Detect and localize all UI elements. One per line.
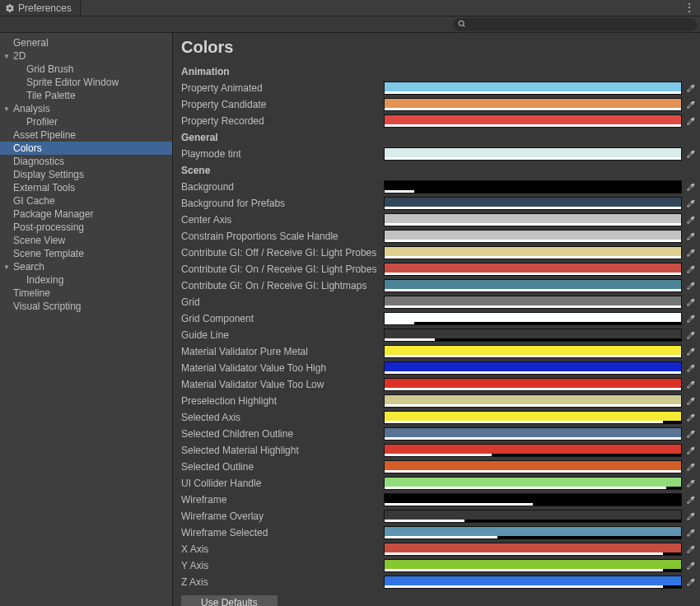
color-label: Material Validator Value Too High — [180, 362, 384, 374]
eyedropper-icon[interactable] — [685, 379, 697, 390]
color-swatch[interactable] — [384, 279, 682, 292]
color-swatch[interactable] — [384, 493, 682, 506]
color-swatch[interactable] — [384, 180, 682, 193]
color-swatch[interactable] — [384, 263, 682, 276]
eyedropper-icon[interactable] — [685, 412, 697, 423]
sidebar-item-scene-template[interactable]: Scene Template — [0, 247, 172, 260]
eyedropper-icon[interactable] — [685, 198, 697, 209]
color-swatch[interactable] — [384, 147, 682, 161]
eyedropper-icon[interactable] — [685, 214, 697, 226]
eyedropper-icon[interactable] — [685, 99, 697, 110]
color-label: Background — [180, 181, 384, 193]
sidebar-item-diagnostics[interactable]: Diagnostics — [0, 155, 172, 168]
window-menu-icon[interactable]: ⋮ — [684, 2, 695, 13]
eyedropper-icon[interactable] — [685, 576, 697, 588]
color-swatch[interactable] — [384, 460, 682, 473]
sidebar-item-visual-scripting[interactable]: Visual Scripting — [0, 300, 172, 313]
color-label: Wireframe — [180, 494, 384, 506]
eyedropper-icon[interactable] — [685, 181, 697, 193]
eyedropper-icon[interactable] — [685, 560, 697, 571]
color-swatch[interactable] — [384, 114, 682, 128]
color-swatch[interactable] — [384, 559, 682, 572]
sidebar-item-label: External Tools — [13, 182, 75, 193]
eyedropper-icon[interactable] — [685, 395, 697, 407]
eyedropper-icon[interactable] — [685, 362, 697, 374]
color-swatch[interactable] — [384, 82, 682, 95]
color-row: X Axis — [180, 541, 697, 557]
color-swatch[interactable] — [384, 361, 682, 375]
eyedropper-icon[interactable] — [685, 329, 697, 341]
color-swatch[interactable] — [384, 427, 682, 441]
search-input[interactable] — [469, 20, 692, 30]
sidebar-item-grid-brush[interactable]: Grid Brush — [0, 63, 172, 76]
sidebar-item-general[interactable]: General — [0, 36, 172, 49]
sidebar-item-asset-pipeline[interactable]: Asset Pipeline — [0, 128, 172, 142]
eyedropper-icon[interactable] — [685, 115, 697, 127]
eyedropper-icon[interactable] — [685, 82, 697, 94]
color-swatch[interactable] — [384, 411, 682, 424]
color-swatch[interactable] — [384, 378, 682, 391]
color-swatch[interactable] — [384, 213, 682, 226]
sidebar-item-indexing[interactable]: Indexing — [0, 273, 172, 287]
color-swatch[interactable] — [384, 197, 682, 210]
eyedropper-icon[interactable] — [685, 510, 697, 522]
color-label: Selected Outline — [180, 461, 384, 473]
eyedropper-icon[interactable] — [685, 461, 697, 473]
eyedropper-icon[interactable] — [685, 428, 697, 440]
color-row: Center Axis — [180, 212, 697, 228]
color-row: Material Validator Value Too High — [180, 360, 697, 376]
gear-icon — [5, 3, 15, 13]
foldout-icon[interactable]: ▼ — [3, 105, 10, 113]
sidebar-item-colors[interactable]: Colors — [0, 142, 172, 155]
sidebar-item-label: Grid Brush — [26, 63, 73, 75]
eyedropper-icon[interactable] — [685, 263, 697, 275]
color-swatch[interactable] — [384, 394, 682, 408]
color-swatch[interactable] — [384, 576, 682, 589]
color-label: Selected Axis — [180, 412, 384, 423]
eyedropper-icon[interactable] — [685, 231, 697, 242]
eyedropper-icon[interactable] — [685, 445, 697, 456]
color-swatch[interactable] — [384, 526, 682, 539]
use-defaults-button[interactable]: Use Defaults — [181, 595, 278, 606]
eyedropper-icon[interactable] — [685, 148, 697, 160]
color-swatch[interactable] — [384, 98, 682, 111]
color-swatch[interactable] — [384, 510, 682, 523]
sidebar-item-2d[interactable]: ▼2D — [0, 49, 172, 63]
eyedropper-icon[interactable] — [685, 247, 697, 259]
foldout-icon[interactable]: ▼ — [3, 53, 10, 60]
sidebar-item-analysis[interactable]: ▼Analysis — [0, 102, 172, 115]
sidebar-item-tile-palette[interactable]: Tile Palette — [0, 89, 172, 102]
eyedropper-icon[interactable] — [685, 280, 697, 291]
sidebar-item-gi-cache[interactable]: GI Cache — [0, 194, 172, 207]
color-swatch[interactable] — [384, 296, 682, 309]
eyedropper-icon[interactable] — [685, 296, 697, 308]
color-row: Property Animated — [180, 80, 697, 96]
color-swatch[interactable] — [384, 477, 682, 490]
color-swatch[interactable] — [384, 444, 682, 457]
eyedropper-icon[interactable] — [685, 346, 697, 357]
foldout-icon[interactable]: ▼ — [3, 263, 10, 271]
sidebar-item-post-processing[interactable]: Post-processing — [0, 221, 172, 234]
sidebar-item-external-tools[interactable]: External Tools — [0, 181, 172, 194]
eyedropper-icon[interactable] — [685, 543, 697, 555]
sidebar-item-search[interactable]: ▼Search — [0, 260, 172, 273]
eyedropper-icon[interactable] — [685, 527, 697, 538]
color-swatch[interactable] — [384, 312, 682, 325]
color-swatch[interactable] — [384, 246, 682, 259]
sidebar-item-timeline[interactable]: Timeline — [0, 287, 172, 300]
sidebar-item-sprite-editor-window[interactable]: Sprite Editor Window — [0, 76, 172, 89]
eyedropper-icon[interactable] — [685, 478, 697, 489]
preferences-tab[interactable]: Preferences — [0, 0, 81, 16]
sidebar-item-label: Profiler — [26, 116, 58, 128]
color-swatch[interactable] — [384, 329, 682, 342]
color-swatch[interactable] — [384, 543, 682, 556]
sidebar-item-package-manager[interactable]: Package Manager — [0, 207, 172, 221]
eyedropper-icon[interactable] — [685, 313, 697, 324]
color-swatch[interactable] — [384, 230, 682, 243]
eyedropper-icon[interactable] — [685, 494, 697, 506]
search-field[interactable] — [453, 18, 697, 31]
color-swatch[interactable] — [384, 345, 682, 358]
sidebar-item-scene-view[interactable]: Scene View — [0, 234, 172, 247]
sidebar-item-display-settings[interactable]: Display Settings — [0, 168, 172, 181]
sidebar-item-profiler[interactable]: Profiler — [0, 115, 172, 128]
